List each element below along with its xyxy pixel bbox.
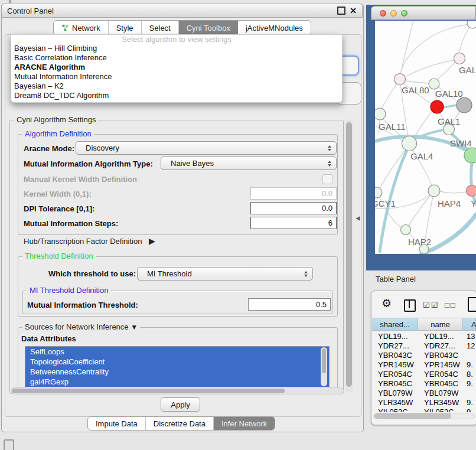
- network-window-titlebar[interactable]: [371, 6, 476, 20]
- data-attributes-list[interactable]: SelfLoops TopologicalCoefficient Between…: [25, 346, 330, 389]
- network-graph: GAL GAL80 GAL10 GAL1 GAL11 SWI4 GAL4 GCY…: [375, 21, 476, 254]
- tab-cyni-toolbox[interactable]: Cyni Toolbox: [179, 21, 238, 35]
- attributes-scrollbar-thumb[interactable]: [322, 348, 326, 373]
- dropdown-item-selected[interactable]: ARACNE Algorithm: [11, 63, 342, 72]
- mi-threshold-field[interactable]: 0.5: [248, 298, 331, 311]
- column-header-name[interactable]: name: [418, 318, 463, 331]
- node-gal4: [402, 136, 417, 151]
- dropdown-item[interactable]: Mutual Information Inference: [11, 72, 342, 81]
- network-icon: [61, 24, 69, 32]
- bottom-tabbar: Impute Data Discretize Data Infer Networ…: [87, 416, 275, 431]
- table-row[interactable]: YDL19...YDL19...13 YDR27...YDR27...12 YB…: [372, 332, 476, 412]
- mi-threshold-definition-title: MI Threshold Definition: [27, 286, 110, 295]
- apply-button[interactable]: Apply: [161, 397, 200, 412]
- table-panel-title: Table Panel: [376, 275, 416, 283]
- mi-steps-label: Mutual Information Steps:: [24, 219, 118, 228]
- dpi-tolerance-label: DPI Tolerance [0,1]:: [24, 204, 94, 213]
- node-gcy1: [375, 187, 382, 198]
- svg-text:SWI4: SWI4: [450, 138, 472, 148]
- manual-kernel-width-checkbox[interactable]: [322, 174, 332, 184]
- control-panel-titlebar: Control Panel ✕: [1, 4, 363, 18]
- mi-steps-field[interactable]: 6: [250, 217, 337, 229]
- tab-network[interactable]: Network: [54, 21, 109, 35]
- svg-text:GAL: GAL: [459, 65, 476, 75]
- node: [464, 148, 476, 163]
- dropdown-placeholder: Select algorithm to view settings: [11, 35, 342, 44]
- mouse-cursor: [356, 216, 360, 221]
- aracne-mode-label: Aracne Mode:: [24, 144, 74, 153]
- minimize-traffic-light-icon[interactable]: [390, 10, 397, 17]
- svg-text:Y: Y: [471, 198, 476, 208]
- svg-text:GAL80: GAL80: [402, 85, 429, 95]
- settings-scrollbar-thumb[interactable]: [346, 122, 352, 387]
- zoom-traffic-light-icon[interactable]: [401, 10, 407, 17]
- combo-spinner-icon: [328, 161, 331, 167]
- algorithm-definition-title: Algorithm Definition: [22, 130, 94, 138]
- gear-icon[interactable]: ⚙: [382, 298, 392, 309]
- list-item[interactable]: TopologicalCoefficient: [25, 357, 329, 367]
- settings-hscrollbar-thumb[interactable]: [12, 389, 285, 393]
- node-gal11: [375, 108, 386, 120]
- collapse-down-icon[interactable]: ▼: [131, 323, 138, 331]
- tab-infer-network[interactable]: Infer Network: [214, 417, 275, 430]
- list-item[interactable]: SelfLoops: [25, 347, 329, 357]
- network-canvas[interactable]: GAL GAL80 GAL10 GAL1 GAL11 SWI4 GAL4 GCY…: [375, 21, 476, 254]
- column-header-partial[interactable]: A: [463, 318, 476, 331]
- network-labels: GAL GAL80 GAL10 GAL1 GAL11 SWI4 GAL4 GCY…: [375, 65, 476, 247]
- svg-text:GAL11: GAL11: [379, 122, 406, 132]
- cyni-algorithm-settings-title: Cyni Algorithm Settings: [14, 116, 98, 124]
- node: [467, 185, 476, 197]
- which-threshold-combobox[interactable]: MI Threshold: [137, 267, 313, 281]
- dpi-tolerance-field[interactable]: 0.0: [250, 202, 337, 214]
- sources-title[interactable]: Sources for Network Inference ▼: [22, 323, 140, 331]
- screen: Control Panel ✕ Network Style Select Cyn…: [0, 0, 476, 450]
- hub-definition-toggle[interactable]: Hub/Transcription Factor Definition ▶: [24, 236, 155, 246]
- dropdown-item[interactable]: Bayesian – Hill Climbing: [11, 44, 342, 53]
- new-table-icon[interactable]: [468, 297, 476, 312]
- node-gal80: [395, 74, 406, 85]
- select-all-checkboxes-icon[interactable]: ☑☑: [423, 301, 439, 309]
- columns-icon[interactable]: [404, 299, 416, 312]
- float-window-icon[interactable]: [337, 6, 345, 15]
- mi-algorithm-type-combobox[interactable]: Naive Bayes: [161, 156, 337, 170]
- close-icon[interactable]: ✕: [350, 6, 357, 15]
- node-hap4: [428, 185, 440, 197]
- control-panel-tabbar: Network Style Select Cyni Toolbox jActiv…: [53, 20, 311, 35]
- mi-algorithm-type-label: Mutual Information Algorithm Type:: [24, 159, 153, 168]
- tab-discretize-data[interactable]: Discretize Data: [146, 417, 214, 430]
- svg-text:HAP2: HAP2: [408, 237, 431, 247]
- list-item[interactable]: BetweennessCentrality: [25, 367, 329, 377]
- combo-spinner-icon: [328, 145, 331, 151]
- close-traffic-light-icon[interactable]: [380, 10, 386, 17]
- table-hscrollbar-thumb[interactable]: [374, 413, 451, 419]
- node-gal1-selected: [431, 100, 444, 113]
- svg-text:HAP4: HAP4: [438, 198, 461, 208]
- combo-spinner-icon: [304, 271, 308, 277]
- node: [467, 21, 476, 28]
- which-threshold-label: Which threshold to use:: [48, 269, 136, 278]
- dropdown-item[interactable]: Basic Correlation Inference: [11, 53, 342, 63]
- control-panel-title: Control Panel: [7, 6, 54, 15]
- svg-text:GAL10: GAL10: [435, 89, 463, 99]
- node: [457, 97, 472, 113]
- tab-style[interactable]: Style: [109, 21, 142, 35]
- node-hap2: [401, 225, 411, 235]
- manual-kernel-width-label: Manual Kernel Width Definition: [24, 175, 137, 184]
- aracne-mode-combobox[interactable]: Discovery: [76, 141, 337, 155]
- tab-select[interactable]: Select: [142, 21, 179, 35]
- table-body: YDL19...YDL19...13 YDR27...YDR27...12 YB…: [372, 332, 476, 412]
- svg-text:GAL4: GAL4: [410, 151, 433, 161]
- partial-bottom-left-icon[interactable]: [4, 439, 14, 450]
- column-header-shared[interactable]: shared...: [372, 318, 418, 331]
- deselect-all-checkboxes-icon[interactable]: □□: [445, 301, 457, 309]
- svg-text:GAL1: GAL1: [438, 116, 460, 126]
- tab-jactivemnodules[interactable]: jActiveMNodules: [238, 21, 311, 35]
- expand-right-icon[interactable]: ▶: [149, 236, 155, 246]
- dropdown-item[interactable]: Dream8 DC_TDC Algorithm: [11, 91, 342, 100]
- kernel-width-field[interactable]: 0.0: [250, 187, 337, 200]
- svg-text:GCY1: GCY1: [375, 198, 396, 208]
- list-item[interactable]: gal4RGexp: [25, 377, 329, 387]
- algorithm-dropdown-popup: Select algorithm to view settings Bayesi…: [11, 34, 343, 103]
- dropdown-item[interactable]: Bayesian – K2: [11, 81, 342, 91]
- tab-impute-data[interactable]: Impute Data: [88, 417, 146, 430]
